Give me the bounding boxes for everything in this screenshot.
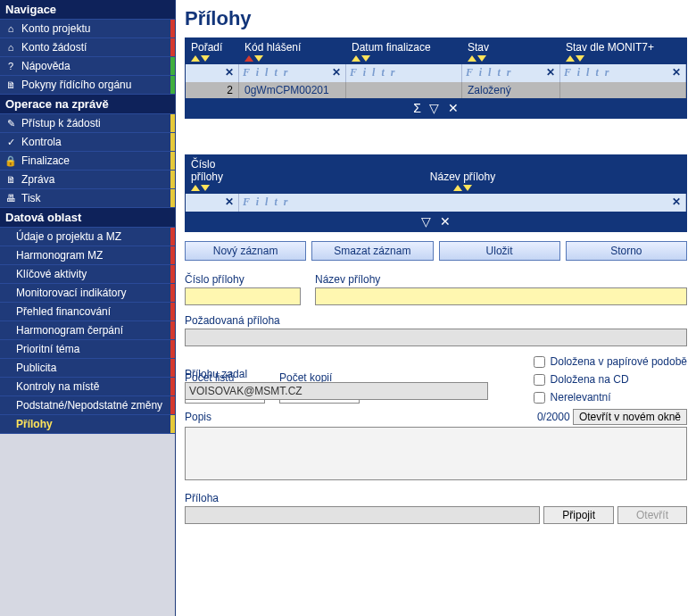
- delete-record-button[interactable]: Smazat záznam: [311, 241, 433, 261]
- filter-row: ✕ F i l t r✕: [186, 194, 686, 212]
- save-button[interactable]: Uložit: [439, 241, 560, 261]
- sort-asc-icon[interactable]: [468, 55, 476, 62]
- funnel-icon[interactable]: ▽: [429, 101, 439, 115]
- sidebar-item-zprava[interactable]: 🗎Zpráva: [0, 171, 175, 189]
- sidebar-item-publicita[interactable]: Publicita: [0, 359, 175, 378]
- cancel-button[interactable]: Storno: [566, 241, 687, 261]
- sidebar-item-prioritni[interactable]: Prioritní téma: [0, 340, 175, 359]
- col-label: Stav: [468, 41, 555, 54]
- field-zadal: Přílohu zadal VOISOVAK@MSMT.CZ: [185, 368, 488, 400]
- clear-filter-icon[interactable]: ✕: [546, 66, 557, 79]
- checkbox-input[interactable]: [534, 392, 545, 404]
- sidebar-item-label: Klíčové aktivity: [16, 268, 87, 280]
- sidebar-item-konto-zadosti[interactable]: ⌂Konto žádostí: [0, 38, 175, 57]
- sort-desc-icon[interactable]: [576, 55, 584, 62]
- doc-icon: 🗎: [5, 79, 16, 90]
- sidebar-group-navigace: Navigace: [0, 0, 175, 20]
- sidebar-item-harmonogram-cerpani[interactable]: Harmonogram čerpání: [0, 321, 175, 340]
- check-icon: ✓: [5, 137, 16, 147]
- open-button[interactable]: Otevřít: [617, 506, 687, 524]
- sort-asc-icon[interactable]: [244, 55, 253, 62]
- filter-cell[interactable]: F i l t r✕: [239, 194, 686, 212]
- check-cd[interactable]: Doložena na CD: [534, 373, 629, 386]
- col-label: Datum finalizace: [352, 41, 457, 54]
- sidebar-mark: [170, 114, 175, 132]
- sort-asc-icon[interactable]: [566, 55, 575, 62]
- popis-textarea[interactable]: [185, 427, 687, 480]
- checkbox-input[interactable]: [534, 374, 545, 386]
- sum-icon[interactable]: Σ: [413, 101, 421, 115]
- sidebar-item-label: Zpráva: [21, 173, 54, 186]
- col-nazev: Název přílohy: [239, 155, 686, 194]
- col-cislo: Číslo přílohy: [186, 155, 239, 194]
- sidebar-item-label: Přístup k žádosti: [21, 117, 101, 129]
- attach-button[interactable]: Připojit: [543, 506, 614, 524]
- cell-datum: [346, 82, 462, 98]
- sort-desc-icon[interactable]: [361, 55, 370, 62]
- clear-filter-icon[interactable]: ✕: [672, 196, 683, 209]
- field-label: Požadovaná příloha: [185, 314, 687, 327]
- sidebar-item-konto-projektu[interactable]: ⌂Konto projektu: [0, 20, 175, 38]
- funnel-icon[interactable]: ▽: [421, 214, 431, 229]
- sort-desc-icon[interactable]: [477, 55, 486, 62]
- sidebar-mark: [170, 284, 175, 302]
- sidebar-item-pokyny[interactable]: 🗎Pokyny řídícího orgánu: [0, 76, 175, 95]
- check-nerel[interactable]: Nerelevantní: [534, 391, 611, 404]
- sidebar-group-operace: Operace na zprávě: [0, 95, 175, 114]
- sort-desc-icon[interactable]: [201, 185, 210, 191]
- sidebar-item-harmonogram-mz[interactable]: Harmonogram MZ: [0, 246, 175, 265]
- new-record-button[interactable]: Nový záznam: [185, 241, 306, 261]
- sort-asc-icon[interactable]: [191, 55, 200, 62]
- field-label: Příloha: [185, 492, 687, 504]
- print-icon: 🖶: [5, 193, 16, 204]
- sidebar-item-prehled-fin[interactable]: Přehled financování: [0, 303, 175, 321]
- sidebar-item-label: Konto projektu: [21, 22, 90, 35]
- sidebar-mark: [170, 378, 175, 395]
- sort-asc-icon[interactable]: [191, 185, 200, 191]
- sidebar-item-kontrola[interactable]: ✓Kontrola: [0, 133, 175, 152]
- sidebar-item-napoveda[interactable]: ?Nápověda: [0, 57, 175, 76]
- filter-cell[interactable]: F i l t r: [346, 64, 462, 82]
- sidebar-item-finalizace[interactable]: 🔒Finalizace: [0, 152, 175, 171]
- clear-icon[interactable]: ✕: [448, 101, 459, 115]
- sort-desc-icon[interactable]: [201, 55, 210, 62]
- sidebar-item-monitorovaci[interactable]: Monitorovací indikátory: [0, 284, 175, 303]
- filter-cell[interactable]: F i l t r✕: [560, 64, 686, 82]
- sidebar-item-label: Konto žádostí: [21, 41, 87, 54]
- sort-desc-icon[interactable]: [254, 55, 263, 62]
- sidebar-item-kontroly[interactable]: Kontroly na místě: [0, 378, 175, 396]
- filter-cell[interactable]: F i l t r✕: [239, 64, 346, 82]
- clear-filter-icon[interactable]: ✕: [225, 66, 236, 79]
- clear-icon[interactable]: ✕: [440, 214, 451, 229]
- open-new-window-button[interactable]: Otevřít v novém okně: [573, 409, 687, 425]
- sidebar-item-pristup[interactable]: ✎Přístup k žádosti: [0, 114, 175, 133]
- filter-cell[interactable]: F i l t r✕: [462, 64, 560, 82]
- sidebar-item-podstatne[interactable]: Podstatné/Nepodstatné změny: [0, 396, 175, 415]
- col-label: Číslo přílohy: [191, 158, 234, 183]
- nazev-input[interactable]: [315, 287, 687, 305]
- field-nazev: Název přílohy: [315, 273, 687, 305]
- clear-filter-icon[interactable]: ✕: [332, 66, 343, 79]
- table-row[interactable]: 2 0gWmCPM00201 Založený: [186, 82, 686, 98]
- sidebar-item-prilohy[interactable]: Přílohy: [0, 415, 175, 434]
- sort-desc-icon[interactable]: [463, 185, 472, 191]
- filter-cell[interactable]: ✕: [186, 64, 239, 82]
- sort-asc-icon[interactable]: [352, 55, 360, 62]
- col-label: Název přílohy: [430, 171, 495, 183]
- check-papir[interactable]: Doložena v papírové podobě: [534, 355, 687, 368]
- sidebar-mark: [170, 38, 175, 56]
- grid-attachments: Číslo přílohy Název přílohy ✕ F i l t r✕…: [185, 154, 687, 232]
- sidebar-mark: [170, 303, 175, 320]
- clear-filter-icon[interactable]: ✕: [672, 66, 683, 79]
- sidebar-item-tisk[interactable]: 🖶Tisk: [0, 189, 175, 208]
- clear-filter-icon[interactable]: ✕: [225, 196, 236, 209]
- cell-stav: Založený: [462, 82, 560, 98]
- filter-cell[interactable]: ✕: [186, 194, 239, 212]
- sidebar-item-klicove[interactable]: Klíčové aktivity: [0, 265, 175, 284]
- zadal-value: VOISOVAK@MSMT.CZ: [185, 382, 488, 400]
- checkbox-input[interactable]: [534, 356, 545, 368]
- sidebar-item-label: Harmonogram čerpání: [16, 324, 123, 337]
- sort-asc-icon[interactable]: [453, 185, 462, 191]
- cislo-input[interactable]: [185, 287, 301, 305]
- sidebar-item-udaje[interactable]: Údaje o projektu a MZ: [0, 228, 175, 246]
